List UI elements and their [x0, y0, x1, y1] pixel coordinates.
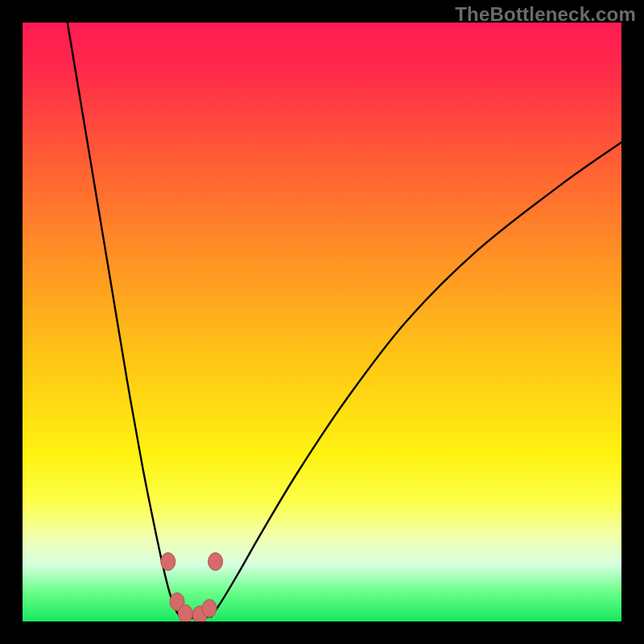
bottleneck-curve-chart [23, 23, 621, 621]
curve-marker [161, 553, 175, 571]
curve-marker [202, 600, 217, 617]
watermark-text: TheBottleneck.com [455, 3, 636, 26]
gradient-background [23, 23, 621, 621]
chart-frame: TheBottleneck.com [0, 0, 644, 644]
plot-area [23, 23, 621, 621]
curve-marker [208, 553, 223, 571]
curve-marker [178, 605, 192, 621]
